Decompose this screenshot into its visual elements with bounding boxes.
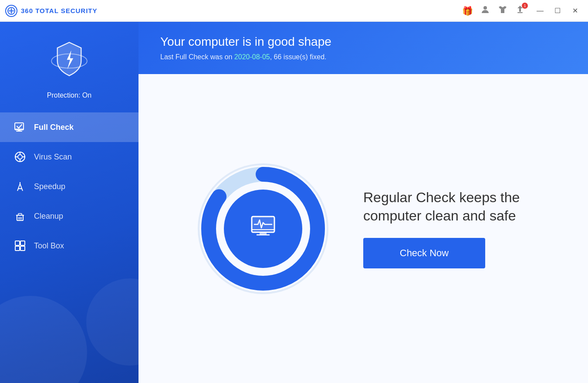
- check-now-button[interactable]: Check Now: [363, 238, 485, 268]
- content-body: Regular Check keeps the computer clean a…: [139, 74, 588, 383]
- sidebar-item-speedup[interactable]: Speedup: [0, 172, 139, 201]
- tool-box-icon: [13, 239, 27, 253]
- main-layout: Protection: On Full Check: [0, 22, 588, 383]
- chart-center: [224, 190, 302, 268]
- right-panel: Regular Check keeps the computer clean a…: [363, 189, 529, 268]
- sidebar-item-label-cleanup: Cleanup: [34, 212, 63, 221]
- app-logo: 360 TOTAL SECURITY: [5, 5, 98, 17]
- logo-icon: [5, 5, 17, 17]
- header-title: Your computer is in good shape: [160, 35, 566, 49]
- sidebar-item-full-check[interactable]: Full Check: [0, 112, 139, 142]
- full-check-icon: [13, 120, 27, 134]
- cleanup-icon: [13, 209, 27, 223]
- gift-icon[interactable]: 🎁: [462, 6, 473, 16]
- sidebar-item-virus-scan[interactable]: Virus Scan: [0, 142, 139, 172]
- svg-point-3: [483, 6, 487, 10]
- sidebar-item-cleanup[interactable]: Cleanup: [0, 201, 139, 231]
- shield-icon-wrap: [43, 35, 95, 87]
- svg-rect-20: [18, 214, 22, 215]
- speedup-icon: [13, 180, 27, 193]
- svg-rect-26: [15, 246, 20, 251]
- upload-badge: 1: [522, 3, 528, 9]
- maximize-button[interactable]: ☐: [550, 3, 565, 19]
- user-icon[interactable]: [480, 4, 490, 17]
- svg-rect-27: [20, 246, 25, 251]
- main-tagline: Regular Check keeps the computer clean a…: [363, 189, 529, 225]
- sidebar-item-label-virus-scan: Virus Scan: [34, 153, 72, 162]
- sidebar: Protection: On Full Check: [0, 22, 139, 383]
- app-title: 360 TOTAL SECURITY: [21, 7, 98, 14]
- protection-status: Protection: On: [47, 92, 91, 99]
- titlebar: 360 TOTAL SECURITY 🎁 1 — ☐ ✕: [0, 0, 588, 22]
- header-banner: Your computer is in good shape Last Full…: [139, 22, 588, 74]
- upload-icon[interactable]: 1: [515, 4, 525, 17]
- svg-point-11: [18, 155, 22, 159]
- close-button[interactable]: ✕: [567, 3, 583, 19]
- subtitle-prefix: Last Full Check was on: [160, 53, 234, 61]
- nav-items: Full Check Virus Scan: [0, 112, 139, 261]
- donut-chart: [198, 163, 328, 294]
- shirt-icon[interactable]: [497, 4, 508, 17]
- subtitle-suffix: , 66 issue(s) fixed.: [270, 53, 327, 61]
- monitor-icon: [250, 215, 276, 243]
- sidebar-item-label-speedup: Speedup: [34, 182, 65, 191]
- svg-rect-25: [20, 241, 25, 245]
- svg-rect-24: [15, 241, 20, 245]
- logo-section: Protection: On: [43, 22, 95, 108]
- last-check-date: 2020-08-05: [234, 53, 270, 61]
- window-controls: — ☐ ✕: [532, 3, 583, 19]
- sidebar-item-label-tool-box: Tool Box: [34, 241, 64, 251]
- shield-icon: [47, 39, 91, 83]
- content-area: Your computer is in good shape Last Full…: [139, 22, 588, 383]
- titlebar-actions: 🎁 1 — ☐ ✕: [462, 3, 583, 19]
- sidebar-item-label-full-check: Full Check: [34, 123, 74, 132]
- sidebar-item-tool-box[interactable]: Tool Box: [0, 231, 139, 261]
- svg-rect-4: [517, 12, 523, 13]
- minimize-button[interactable]: —: [532, 3, 548, 19]
- header-subtitle: Last Full Check was on 2020-08-05, 66 is…: [160, 53, 566, 61]
- virus-scan-icon: [13, 150, 27, 164]
